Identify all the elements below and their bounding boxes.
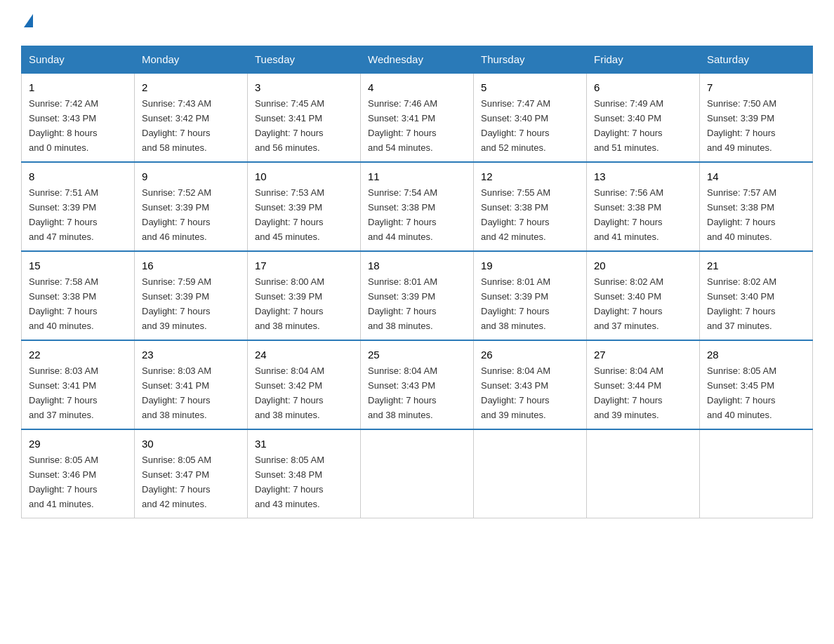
page-header [21, 14, 813, 32]
day-number: 22 [29, 347, 127, 363]
day-info: Sunrise: 7:55 AMSunset: 3:38 PMDaylight:… [481, 187, 550, 242]
day-info: Sunrise: 7:56 AMSunset: 3:38 PMDaylight:… [594, 187, 663, 242]
day-info: Sunrise: 8:00 AMSunset: 3:39 PMDaylight:… [255, 276, 324, 331]
calendar-cell: 26Sunrise: 8:04 AMSunset: 3:43 PMDayligh… [474, 340, 587, 429]
day-info: Sunrise: 8:05 AMSunset: 3:47 PMDaylight:… [142, 455, 211, 509]
calendar-cell: 2Sunrise: 7:43 AMSunset: 3:42 PMDaylight… [135, 73, 248, 162]
header-day-monday: Monday [135, 46, 248, 74]
calendar-cell [361, 429, 474, 518]
day-info: Sunrise: 8:01 AMSunset: 3:39 PMDaylight:… [368, 276, 437, 331]
calendar-cell: 31Sunrise: 8:05 AMSunset: 3:48 PMDayligh… [248, 429, 361, 518]
logo-triangle-icon [24, 14, 33, 27]
header-day-sunday: Sunday [22, 46, 135, 74]
day-number: 17 [255, 257, 353, 274]
calendar-cell: 27Sunrise: 8:04 AMSunset: 3:44 PMDayligh… [587, 340, 700, 429]
day-info: Sunrise: 8:01 AMSunset: 3:39 PMDaylight:… [481, 276, 550, 331]
day-info: Sunrise: 8:04 AMSunset: 3:43 PMDaylight:… [481, 365, 550, 420]
calendar-cell: 16Sunrise: 7:59 AMSunset: 3:39 PMDayligh… [135, 251, 248, 340]
header-day-tuesday: Tuesday [248, 46, 361, 74]
calendar-week-row: 15Sunrise: 7:58 AMSunset: 3:38 PMDayligh… [22, 251, 813, 340]
calendar-cell [474, 429, 587, 518]
day-info: Sunrise: 7:49 AMSunset: 3:40 PMDaylight:… [594, 98, 663, 153]
day-info: Sunrise: 7:53 AMSunset: 3:39 PMDaylight:… [255, 187, 324, 242]
day-info: Sunrise: 7:46 AMSunset: 3:41 PMDaylight:… [368, 98, 437, 153]
day-number: 4 [368, 79, 466, 95]
calendar-cell: 7Sunrise: 7:50 AMSunset: 3:39 PMDaylight… [700, 73, 813, 162]
calendar-cell: 10Sunrise: 7:53 AMSunset: 3:39 PMDayligh… [248, 162, 361, 251]
calendar-cell: 11Sunrise: 7:54 AMSunset: 3:38 PMDayligh… [361, 162, 474, 251]
day-info: Sunrise: 7:59 AMSunset: 3:39 PMDaylight:… [142, 276, 211, 331]
calendar-cell: 1Sunrise: 7:42 AMSunset: 3:43 PMDaylight… [22, 73, 135, 162]
day-number: 21 [707, 257, 805, 274]
day-number: 3 [255, 79, 353, 95]
calendar-cell: 15Sunrise: 7:58 AMSunset: 3:38 PMDayligh… [22, 251, 135, 340]
day-info: Sunrise: 7:50 AMSunset: 3:39 PMDaylight:… [707, 98, 776, 153]
calendar-header-row: SundayMondayTuesdayWednesdayThursdayFrid… [22, 46, 813, 74]
day-info: Sunrise: 7:43 AMSunset: 3:42 PMDaylight:… [142, 98, 211, 153]
day-info: Sunrise: 7:52 AMSunset: 3:39 PMDaylight:… [142, 187, 211, 242]
day-info: Sunrise: 8:05 AMSunset: 3:46 PMDaylight:… [29, 455, 98, 509]
day-number: 16 [142, 257, 240, 274]
day-info: Sunrise: 8:05 AMSunset: 3:45 PMDaylight:… [707, 365, 776, 420]
calendar-cell: 5Sunrise: 7:47 AMSunset: 3:40 PMDaylight… [474, 73, 587, 162]
calendar-cell: 3Sunrise: 7:45 AMSunset: 3:41 PMDaylight… [248, 73, 361, 162]
day-number: 30 [142, 436, 240, 452]
day-info: Sunrise: 7:42 AMSunset: 3:43 PMDaylight:… [29, 98, 98, 153]
calendar-week-row: 29Sunrise: 8:05 AMSunset: 3:46 PMDayligh… [22, 429, 813, 518]
calendar-header: SundayMondayTuesdayWednesdayThursdayFrid… [22, 46, 813, 74]
calendar-week-row: 1Sunrise: 7:42 AMSunset: 3:43 PMDaylight… [22, 73, 813, 162]
day-info: Sunrise: 8:03 AMSunset: 3:41 PMDaylight:… [29, 365, 98, 420]
day-number: 19 [481, 257, 579, 274]
calendar-cell: 17Sunrise: 8:00 AMSunset: 3:39 PMDayligh… [248, 251, 361, 340]
calendar-cell: 30Sunrise: 8:05 AMSunset: 3:47 PMDayligh… [135, 429, 248, 518]
day-info: Sunrise: 7:54 AMSunset: 3:38 PMDaylight:… [368, 187, 437, 242]
day-number: 24 [255, 347, 353, 363]
day-number: 11 [368, 168, 466, 185]
day-number: 13 [594, 168, 692, 185]
calendar-cell: 8Sunrise: 7:51 AMSunset: 3:39 PMDaylight… [22, 162, 135, 251]
day-number: 7 [707, 79, 805, 95]
day-info: Sunrise: 7:51 AMSunset: 3:39 PMDaylight:… [29, 187, 98, 242]
day-number: 23 [142, 347, 240, 363]
calendar-cell: 28Sunrise: 8:05 AMSunset: 3:45 PMDayligh… [700, 340, 813, 429]
calendar-week-row: 8Sunrise: 7:51 AMSunset: 3:39 PMDaylight… [22, 162, 813, 251]
day-info: Sunrise: 7:58 AMSunset: 3:38 PMDaylight:… [29, 276, 98, 331]
day-number: 25 [368, 347, 466, 363]
calendar-cell: 25Sunrise: 8:04 AMSunset: 3:43 PMDayligh… [361, 340, 474, 429]
calendar-cell: 20Sunrise: 8:02 AMSunset: 3:40 PMDayligh… [587, 251, 700, 340]
calendar-week-row: 22Sunrise: 8:03 AMSunset: 3:41 PMDayligh… [22, 340, 813, 429]
day-number: 5 [481, 79, 579, 95]
day-number: 2 [142, 79, 240, 95]
day-number: 18 [368, 257, 466, 274]
day-number: 27 [594, 347, 692, 363]
calendar-cell: 4Sunrise: 7:46 AMSunset: 3:41 PMDaylight… [361, 73, 474, 162]
calendar-cell: 9Sunrise: 7:52 AMSunset: 3:39 PMDaylight… [135, 162, 248, 251]
day-info: Sunrise: 8:04 AMSunset: 3:43 PMDaylight:… [368, 365, 437, 420]
day-number: 8 [29, 168, 127, 185]
day-info: Sunrise: 7:47 AMSunset: 3:40 PMDaylight:… [481, 98, 550, 153]
day-number: 29 [29, 436, 127, 452]
day-info: Sunrise: 7:45 AMSunset: 3:41 PMDaylight:… [255, 98, 324, 153]
day-number: 6 [594, 79, 692, 95]
calendar-cell [587, 429, 700, 518]
calendar-table: SundayMondayTuesdayWednesdayThursdayFrid… [21, 46, 813, 518]
day-number: 12 [481, 168, 579, 185]
day-number: 20 [594, 257, 692, 274]
header-day-friday: Friday [587, 46, 700, 74]
day-info: Sunrise: 8:02 AMSunset: 3:40 PMDaylight:… [594, 276, 663, 331]
day-info: Sunrise: 7:57 AMSunset: 3:38 PMDaylight:… [707, 187, 776, 242]
calendar-cell: 19Sunrise: 8:01 AMSunset: 3:39 PMDayligh… [474, 251, 587, 340]
day-info: Sunrise: 8:02 AMSunset: 3:40 PMDaylight:… [707, 276, 776, 331]
calendar-cell: 13Sunrise: 7:56 AMSunset: 3:38 PMDayligh… [587, 162, 700, 251]
header-day-thursday: Thursday [474, 46, 587, 74]
calendar-cell: 21Sunrise: 8:02 AMSunset: 3:40 PMDayligh… [700, 251, 813, 340]
calendar-cell: 18Sunrise: 8:01 AMSunset: 3:39 PMDayligh… [361, 251, 474, 340]
day-number: 1 [29, 79, 127, 95]
logo [21, 14, 33, 32]
calendar-cell: 22Sunrise: 8:03 AMSunset: 3:41 PMDayligh… [22, 340, 135, 429]
calendar-cell [700, 429, 813, 518]
day-number: 14 [707, 168, 805, 185]
day-number: 28 [707, 347, 805, 363]
header-day-saturday: Saturday [700, 46, 813, 74]
day-number: 10 [255, 168, 353, 185]
